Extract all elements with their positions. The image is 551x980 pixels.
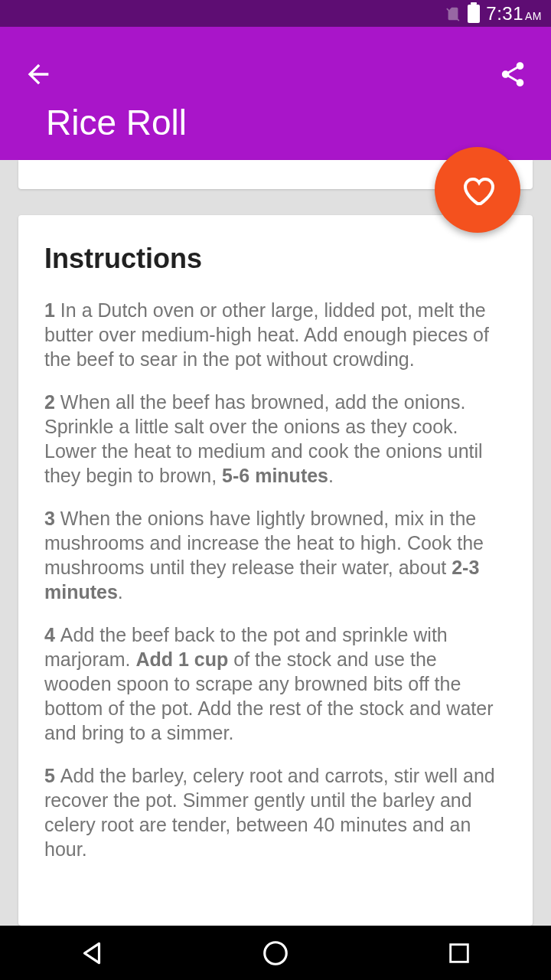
favorite-fab[interactable] [435,147,520,233]
step-number: 3 [44,508,60,529]
status-time: 7:31AM [486,3,542,24]
svg-rect-1 [451,944,468,962]
svg-point-0 [265,942,287,964]
android-nav-bar [0,926,551,980]
step-number: 2 [44,391,60,413]
back-button[interactable] [23,59,54,90]
status-ampm: AM [525,10,542,22]
no-sim-icon [445,4,461,24]
instructions-steps: 1 In a Dutch oven or other large, lidded… [44,298,507,861]
instruction-step: 4 Add the beef back to the pot and sprin… [44,622,507,745]
instructions-card: Instructions 1 In a Dutch oven or other … [18,215,533,926]
instruction-step: 1 In a Dutch oven or other large, lidded… [44,298,507,371]
page-title: Rice Roll [46,102,187,143]
instruction-step: 5 Add the barley, celery root and carrot… [44,763,507,861]
content-area: Instructions 1 In a Dutch oven or other … [0,160,551,926]
nav-home-button[interactable] [253,930,298,976]
step-bold-text: Add 1 cup [135,648,228,670]
step-number: 5 [44,765,60,786]
step-bold-text: 2-3 minutes [44,557,479,603]
app-bar: Rice Roll [0,27,551,160]
step-bold-text: 5-6 minutes [222,465,328,486]
step-number: 1 [44,299,60,321]
instruction-step: 2 When all the beef has browned, add the… [44,390,507,488]
step-number: 4 [44,624,60,645]
share-button[interactable] [497,59,528,90]
status-bar: 7:31AM [0,0,551,27]
instructions-heading: Instructions [44,243,507,275]
battery-icon [468,5,480,23]
nav-back-button[interactable] [69,930,115,976]
nav-recent-button[interactable] [436,930,482,976]
instruction-step: 3 When the onions have lightly browned, … [44,506,507,604]
